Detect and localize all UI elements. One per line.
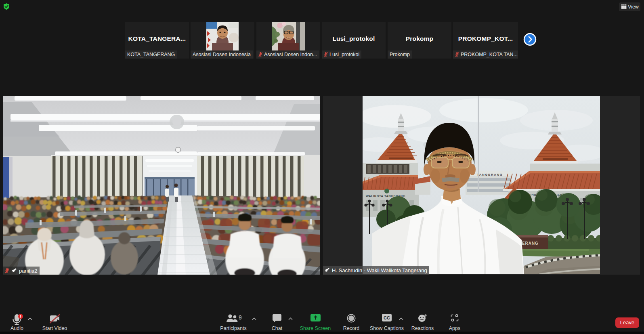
- svg-text:TANGERANG: TANGERANG: [477, 173, 503, 176]
- svg-text:9: 9: [239, 314, 241, 321]
- svg-text:CC: CC: [384, 315, 390, 320]
